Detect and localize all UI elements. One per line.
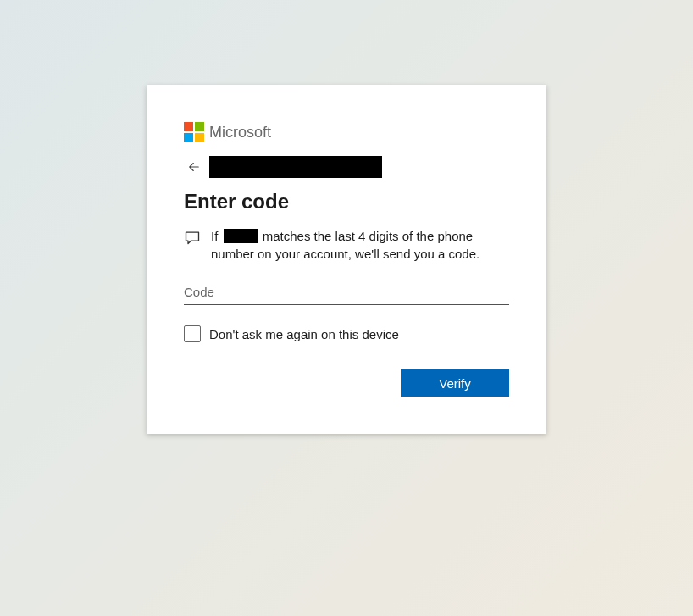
info-row: If matches the last 4 digits of the phon… — [184, 227, 509, 263]
page-heading: Enter code — [184, 190, 509, 214]
phone-digits-redacted — [224, 229, 258, 243]
arrow-left-icon — [186, 159, 202, 175]
verify-button[interactable]: Verify — [401, 369, 509, 397]
microsoft-logo-icon — [184, 122, 204, 142]
brand-row: Microsoft — [184, 122, 509, 142]
sms-icon — [184, 229, 201, 246]
info-text: If matches the last 4 digits of the phon… — [211, 227, 509, 263]
brand-name: Microsoft — [209, 124, 271, 142]
auth-card: Microsoft Enter code If matches the last… — [147, 85, 546, 434]
account-identifier-redacted — [209, 156, 382, 178]
remember-device-checkbox[interactable] — [184, 325, 201, 342]
button-row: Verify — [184, 369, 509, 397]
identity-row — [184, 156, 509, 178]
remember-device-label[interactable]: Don't ask me again on this device — [209, 327, 399, 341]
remember-device-row: Don't ask me again on this device — [184, 325, 509, 342]
code-input[interactable] — [184, 280, 509, 305]
info-prefix: If — [211, 229, 218, 243]
back-button[interactable] — [184, 157, 204, 177]
